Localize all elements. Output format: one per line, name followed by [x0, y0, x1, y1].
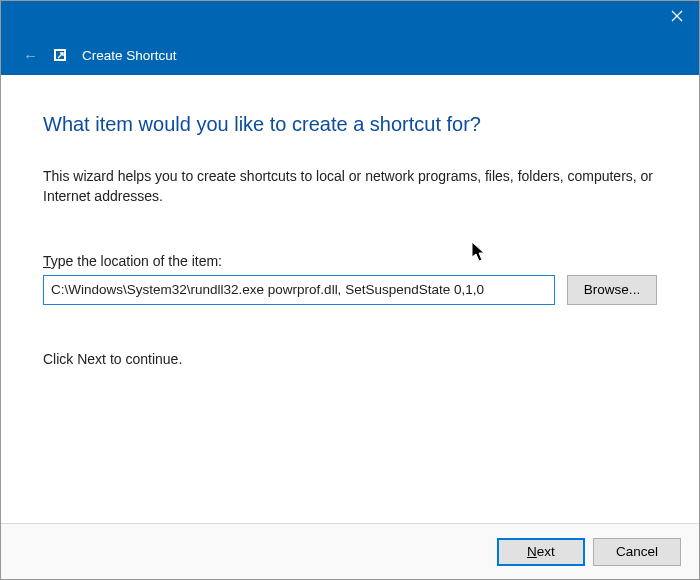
shortcut-icon [52, 47, 68, 63]
cancel-button[interactable]: Cancel [593, 538, 681, 566]
footer: Next Cancel [1, 523, 699, 579]
window-title: Create Shortcut [82, 48, 177, 63]
back-arrow-icon: ← [23, 47, 38, 64]
close-icon [671, 10, 683, 22]
continue-text: Click Next to continue. [43, 351, 657, 367]
titlebar: ← Create Shortcut [1, 1, 699, 75]
next-button[interactable]: Next [497, 538, 585, 566]
location-label: Type the location of the item: [43, 253, 657, 269]
page-heading: What item would you like to create a sho… [43, 113, 657, 136]
location-input[interactable] [43, 275, 555, 305]
titlebar-row: ← Create Shortcut [1, 35, 699, 75]
titlebar-controls [1, 1, 699, 35]
content-area: What item would you like to create a sho… [1, 75, 699, 523]
wizard-description: This wizard helps you to create shortcut… [43, 166, 657, 207]
close-button[interactable] [655, 1, 699, 31]
location-row: Browse... [43, 275, 657, 305]
browse-button[interactable]: Browse... [567, 275, 657, 305]
